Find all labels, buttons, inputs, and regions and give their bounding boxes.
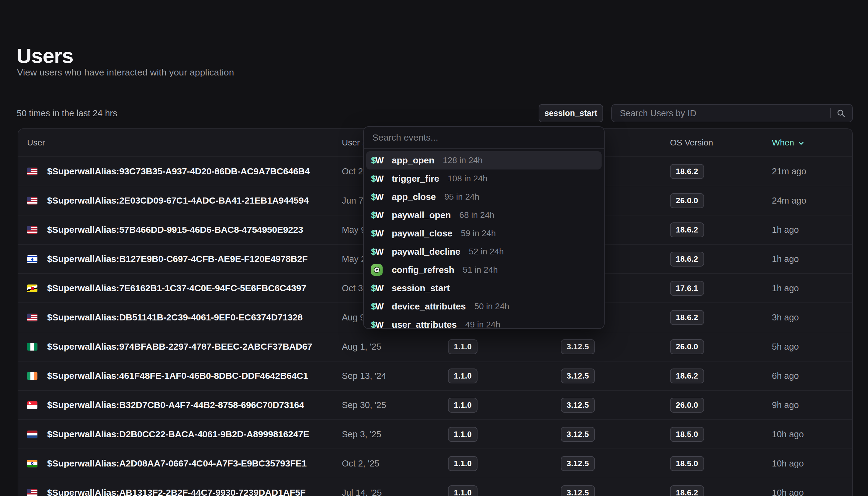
event-option-paywall-open[interactable]: paywall_open 68 in 24h — [366, 206, 601, 224]
event-name: app_open — [392, 155, 434, 166]
last-seen: 1h ago — [772, 283, 843, 293]
os-version-badge: 18.6.2 — [670, 369, 704, 383]
event-count: 68 in 24h — [459, 210, 494, 220]
search-divider — [830, 108, 831, 118]
country-flag-icon — [27, 314, 37, 321]
event-option-app-close[interactable]: app_close 95 in 24h — [366, 188, 601, 206]
user-id: $SuperwallAlias:DB51141B-2C39-4061-9EF0-… — [47, 312, 303, 323]
os-version-badge: 18.5.0 — [670, 456, 704, 471]
event-count: 59 in 24h — [461, 229, 496, 238]
table-row[interactable]: $SuperwallAlias:461F48FE-1AF0-46B0-8DBC-… — [18, 361, 852, 390]
os-version-badge: 18.6.2 — [670, 485, 704, 496]
last-seen: 9h ago — [772, 400, 843, 410]
superwall-event-icon — [371, 247, 384, 257]
event-name: paywall_close — [392, 228, 452, 238]
user-id: $SuperwallAlias:AB1313F2-2B2F-44C7-9930-… — [47, 487, 306, 496]
event-option-session-start[interactable]: session_start — [366, 279, 601, 297]
event-count: 50 in 24h — [474, 301, 509, 311]
user-id: $SuperwallAlias:974BFABB-2297-4787-BEEC-… — [47, 341, 312, 352]
event-search — [364, 127, 604, 149]
event-name: device_attributes — [392, 301, 466, 312]
event-count: 128 in 24h — [443, 155, 483, 165]
event-count-text: 50 times in the last 24 hrs — [17, 104, 117, 122]
user-since: Aug 1, '25 — [342, 342, 448, 352]
header-when-sort[interactable]: When — [772, 138, 843, 148]
table-row[interactable]: $SuperwallAlias:AB1313F2-2B2F-44C7-9930-… — [18, 478, 852, 496]
event-option-paywall-close[interactable]: paywall_close 59 in 24h — [366, 224, 601, 243]
event-filter-dropdown: app_open 128 in 24h trigger_fire 108 in … — [363, 126, 605, 329]
user-since: Oct 2, '25 — [342, 459, 448, 469]
event-count: 51 in 24h — [463, 265, 498, 275]
event-name: trigger_fire — [392, 173, 439, 184]
sdk-version-badge: 3.12.5 — [561, 427, 595, 442]
sdk-version-badge: 3.12.5 — [561, 398, 595, 413]
user-id: $SuperwallAlias:B32D7CB0-A4F7-44B2-8758-… — [47, 400, 304, 410]
event-count: 49 in 24h — [465, 320, 500, 329]
superwall-event-icon — [371, 210, 384, 220]
os-version-badge: 26.0.0 — [670, 339, 704, 354]
country-flag-icon — [27, 401, 37, 409]
os-version-badge: 17.6.1 — [670, 281, 704, 296]
country-flag-icon — [27, 197, 37, 204]
last-seen: 6h ago — [772, 371, 843, 381]
event-search-input[interactable] — [364, 133, 604, 143]
os-version-badge: 26.0.0 — [670, 193, 704, 208]
last-seen: 1h ago — [772, 254, 843, 264]
event-filter-button[interactable]: session_start — [539, 104, 603, 122]
table-row[interactable]: $SuperwallAlias:A2D08AA7-0667-4C04-A7F3-… — [18, 449, 852, 478]
last-seen: 10h ago — [772, 488, 843, 496]
app-version-badge: 1.1.0 — [448, 339, 478, 354]
user-since: Sep 13, '24 — [342, 371, 448, 381]
user-id: $SuperwallAlias:93C73B35-A937-4D20-86DB-… — [47, 166, 310, 176]
superwall-event-icon — [371, 229, 384, 238]
app-version-badge: 1.1.0 — [448, 456, 478, 471]
country-flag-icon — [27, 226, 37, 234]
user-search — [611, 104, 853, 122]
search-input[interactable] — [612, 108, 830, 118]
event-name: session_start — [392, 283, 450, 293]
table-row[interactable]: $SuperwallAlias:974BFABB-2297-4787-BEEC-… — [18, 332, 852, 361]
superwall-event-icon — [371, 283, 384, 293]
event-option-app-open[interactable]: app_open 128 in 24h — [366, 151, 601, 170]
event-option-config-refresh[interactable]: config_refresh 51 in 24h — [366, 261, 601, 279]
superwall-event-icon — [371, 192, 384, 202]
user-id: $SuperwallAlias:2E03CD09-67C1-4ADC-BA41-… — [47, 195, 309, 206]
user-id: $SuperwallAlias:7E6162B1-1C37-4C0E-94FC-… — [47, 283, 306, 293]
os-version-badge: 26.0.0 — [670, 398, 704, 413]
user-since: Sep 3, '25 — [342, 429, 448, 439]
event-option-user-attributes[interactable]: user_attributes 49 in 24h — [366, 315, 601, 329]
header-os-version: OS Version — [670, 138, 772, 148]
last-seen: 10h ago — [772, 429, 843, 439]
header-when-label: When — [772, 138, 794, 148]
table-row[interactable]: $SuperwallAlias:B32D7CB0-A4F7-44B2-8758-… — [18, 390, 852, 419]
app-version-badge: 1.1.0 — [448, 369, 478, 383]
app-version-badge: 1.1.0 — [448, 427, 478, 442]
event-option-device-attributes[interactable]: device_attributes 50 in 24h — [366, 297, 601, 315]
superwall-event-icon — [371, 320, 384, 329]
country-flag-icon — [27, 284, 37, 292]
last-seen: 1h ago — [772, 225, 843, 235]
country-flag-icon — [27, 168, 37, 175]
event-count: 95 in 24h — [444, 192, 479, 202]
last-seen: 24m ago — [772, 196, 843, 206]
event-option-trigger-fire[interactable]: trigger_fire 108 in 24h — [366, 170, 601, 188]
search-icon[interactable] — [836, 109, 846, 118]
page-subtitle: View users who have interacted with your… — [17, 67, 234, 78]
country-flag-icon — [27, 460, 37, 467]
os-version-badge: 18.6.2 — [670, 164, 704, 179]
country-flag-icon — [27, 255, 37, 263]
sdk-version-badge: 3.12.5 — [561, 369, 595, 383]
user-id: $SuperwallAlias:A2D08AA7-0667-4C04-A7F3-… — [47, 458, 307, 469]
os-version-badge: 18.6.2 — [670, 252, 704, 266]
user-id: $SuperwallAlias:57B466DD-9915-46D6-BAC8-… — [47, 224, 303, 235]
table-row[interactable]: $SuperwallAlias:D2B0CC22-BACA-4061-9B2D-… — [18, 419, 852, 449]
event-option-paywall-decline[interactable]: paywall_decline 52 in 24h — [366, 243, 601, 261]
superwall-event-icon — [371, 301, 384, 312]
app-version-badge: 1.1.0 — [448, 485, 478, 496]
event-name: app_close — [392, 192, 436, 202]
event-name: paywall_decline — [392, 247, 460, 257]
last-seen: 10h ago — [772, 459, 843, 469]
event-name: paywall_open — [392, 210, 451, 220]
page-title: Users — [16, 44, 73, 67]
country-flag-icon — [27, 343, 37, 351]
